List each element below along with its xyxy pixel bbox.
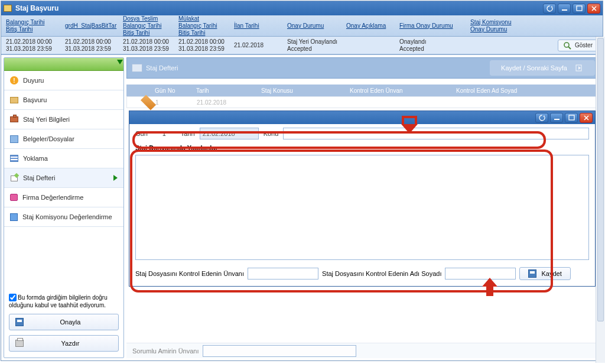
- col-grd[interactable]: grdH_StajBasBitTar: [61, 21, 119, 31]
- maximize-button[interactable]: [573, 4, 586, 14]
- save-next-button[interactable]: Kaydet / Sonraki Sayfa: [490, 60, 595, 76]
- refresh-button[interactable]: [543, 4, 556, 14]
- supervisor-input[interactable]: [203, 345, 356, 357]
- declaration-row: Bu formda girdiğim bilgilerin doğru oldu…: [4, 289, 123, 311]
- unvan-input[interactable]: [248, 268, 318, 280]
- magnify-icon: [563, 41, 571, 50]
- minimize-button[interactable]: [558, 4, 571, 14]
- entry-dialog: Gün 1 Tarih Konu Staj Dosyasında Yapılan…: [129, 110, 596, 287]
- svg-rect-5: [554, 119, 560, 120]
- save-icon: [528, 269, 536, 278]
- book-icon: [10, 97, 18, 103]
- close-button[interactable]: [587, 4, 600, 14]
- activities-textarea[interactable]: [135, 155, 589, 260]
- col-komisyon-onay[interactable]: Staj KomisyonuOnay Durumu: [467, 18, 526, 34]
- main-window: Staj Başvuru Balangıç TarihiBitiş Tarihi…: [1, 1, 603, 361]
- window-title: Staj Başvuru: [15, 4, 543, 12]
- edit-icon: [10, 174, 18, 182]
- svg-rect-1: [577, 6, 582, 11]
- dlg-refresh-button[interactable]: [535, 113, 548, 123]
- sidebar-item-yoklama[interactable]: Yoklama: [4, 149, 123, 168]
- show-button[interactable]: Göster: [558, 40, 598, 51]
- documents-icon: [10, 135, 18, 143]
- content-area: Staj Defteri Kaydet / Sonraki Sayfa Gün …: [126, 57, 600, 358]
- entry-dialog-titlebar: [129, 111, 595, 124]
- gun-value: 1: [152, 130, 176, 137]
- expand-arrow-icon: [117, 60, 123, 64]
- tarih-label: Tarih: [181, 130, 195, 137]
- svg-point-2: [564, 43, 569, 47]
- vertical-scrollbar[interactable]: [596, 37, 605, 363]
- ad-input[interactable]: [445, 268, 516, 280]
- grid-header: Balangıç TarihiBitiş Tarihi grdH_StajBas…: [1, 15, 603, 37]
- declaration-label: Bu formda girdiğim bilgilerin doğru oldu…: [9, 294, 108, 308]
- defteri-header: Staj Defteri Kaydet / Sonraki Sayfa: [126, 57, 600, 79]
- list-icon: [10, 155, 18, 162]
- save-icon: [15, 318, 24, 326]
- col-ilan[interactable]: İlan Tarihi: [230, 21, 284, 31]
- col-firma-onay[interactable]: Firma Onay Durumu: [396, 21, 467, 31]
- col-start-end[interactable]: Balangıç TarihiBitiş Tarihi: [2, 18, 61, 34]
- sidebar-item-basvuru[interactable]: Başvuru: [4, 90, 123, 110]
- col-mulakat[interactable]: MülakatBalangıç TarihiBitiş Tarihi: [175, 14, 230, 38]
- sidebar-item-komisyon-deg[interactable]: Staj Komisyonu Değerlendirme: [4, 207, 123, 227]
- konu-label: Konu: [264, 130, 279, 137]
- svg-rect-6: [569, 115, 574, 120]
- defteri-grid-header: Gün No Tarih Staj Konusu Kontrol Eden Ün…: [126, 84, 600, 96]
- info-icon: !: [10, 76, 18, 84]
- declaration-checkbox[interactable]: [9, 294, 17, 301]
- grid-data-row[interactable]: 21.02.2018 00:0031.03.2018 23:59 21.02.2…: [1, 37, 603, 54]
- col-dosya[interactable]: Dosya TeslimBalangıç TarihiBitiş Tarihi: [119, 14, 175, 38]
- bag-icon: [10, 194, 18, 201]
- sidebar-header[interactable]: [4, 58, 123, 71]
- sidebar: !Duyuru Başvuru Staj Yeri Bilgileri Belg…: [4, 57, 124, 358]
- pencil-icon: [141, 95, 156, 110]
- entry-meta-row: Gün 1 Tarih Konu: [129, 124, 595, 143]
- briefcase-icon: [10, 116, 18, 122]
- defteri-grid-row[interactable]: 1 21.02.2018: [126, 96, 600, 108]
- svg-line-3: [568, 47, 571, 49]
- controller-row: Staj Dosyasını Kontrol Edenin Ünvanı Sta…: [129, 265, 595, 286]
- col-onay-aciklama[interactable]: Onay Açıklama: [343, 21, 396, 31]
- section-label: Staj Dosyasında Yapılanlar: [129, 143, 595, 152]
- next-icon: [575, 64, 584, 72]
- notebook-icon: [132, 64, 142, 72]
- print-button[interactable]: Yazdır: [9, 335, 119, 352]
- dlg-close-button[interactable]: [580, 113, 593, 123]
- unvan-label: Staj Dosyasını Kontrol Edenin Ünvanı: [135, 270, 244, 277]
- konu-input[interactable]: [283, 128, 589, 139]
- sidebar-item-belgeler[interactable]: Belgeler/Dosyalar: [4, 129, 123, 149]
- blue-folder-icon: [10, 213, 18, 221]
- sidebar-item-firma-deg[interactable]: Firma Değerlendirme: [4, 188, 123, 207]
- kaydet-button[interactable]: Kaydet: [519, 267, 570, 280]
- sidebar-item-duyuru[interactable]: !Duyuru: [4, 71, 123, 90]
- col-onay-durumu[interactable]: Onay Durumu: [284, 21, 343, 31]
- scrollbar-thumb[interactable]: [597, 38, 604, 321]
- svg-rect-0: [562, 9, 567, 11]
- supervisor-label: Sorumlu Amirin Ünvanı: [132, 347, 199, 355]
- printer-icon: [15, 340, 24, 347]
- main-body: !Duyuru Başvuru Staj Yeri Bilgileri Belg…: [1, 54, 603, 360]
- approve-button[interactable]: Onayla: [9, 314, 119, 330]
- ad-label: Staj Dosyasını Kontrol Edenin Adı Soyadı: [322, 270, 441, 277]
- defteri-title: Staj Defteri: [146, 64, 178, 72]
- titlebar: Staj Başvuru: [1, 1, 603, 15]
- supervisor-row: Sorumlu Amirin Ünvanı: [126, 343, 596, 358]
- tarih-field: [200, 128, 259, 139]
- gun-label: Gün: [135, 130, 148, 137]
- dlg-minimize-button[interactable]: [550, 113, 563, 123]
- folder-icon: [4, 5, 12, 12]
- sidebar-item-staj-yeri[interactable]: Staj Yeri Bilgileri: [4, 110, 123, 129]
- sidebar-item-staj-defteri[interactable]: Staj Defteri: [4, 168, 123, 188]
- dlg-maximize-button[interactable]: [565, 113, 578, 123]
- arrow-right-icon: [113, 175, 118, 181]
